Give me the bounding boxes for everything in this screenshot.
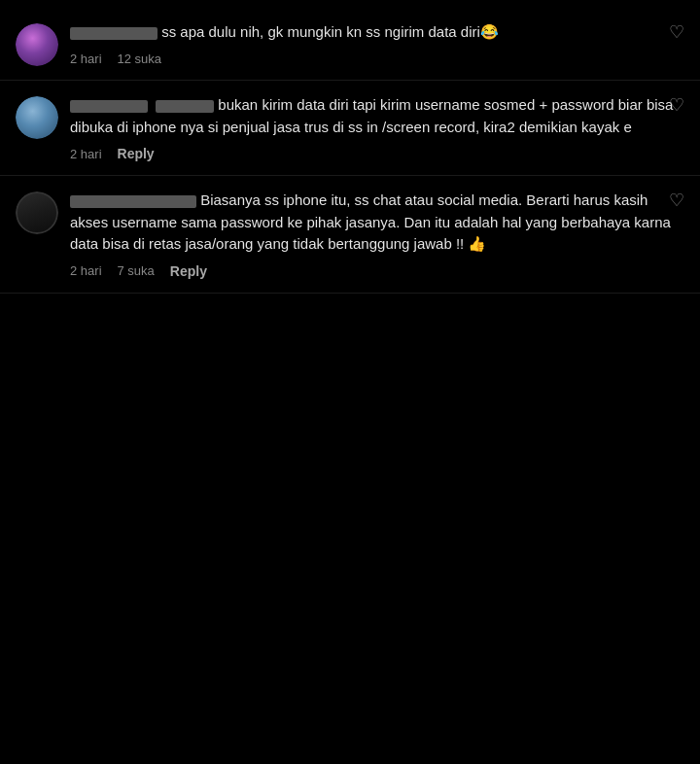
username-redacted <box>70 100 148 113</box>
comment-body: Biasanya ss iphone itu, ss chat atau soc… <box>70 190 684 279</box>
avatar <box>16 191 58 234</box>
comment-likes: 7 suka <box>118 263 155 278</box>
comment-item: ss apa dulu nih, gk mungkin kn ss ngirim… <box>0 8 700 81</box>
comment-time: 2 hari <box>70 52 102 66</box>
heart-button[interactable]: ♡ <box>669 23 684 41</box>
mention-redacted <box>156 100 214 113</box>
avatar <box>16 96 58 139</box>
comment-likes: 12 suka <box>118 52 162 66</box>
username-redacted <box>70 195 196 208</box>
comment-time: 2 hari <box>70 147 102 161</box>
comment-body: bukan kirim data diri tapi kirim usernam… <box>70 94 684 161</box>
heart-button[interactable]: ♡ <box>669 191 684 209</box>
comment-meta: 2 hari 7 suka Reply <box>70 263 684 279</box>
comment-time: 2 hari <box>70 263 102 278</box>
reply-button[interactable]: Reply <box>170 263 207 279</box>
comments-list: ss apa dulu nih, gk mungkin kn ss ngirim… <box>0 0 700 301</box>
comment-item: bukan kirim data diri tapi kirim usernam… <box>0 81 700 176</box>
comment-meta: 2 hari 12 suka <box>70 52 684 66</box>
avatar <box>16 23 58 66</box>
comment-text: bukan kirim data diri tapi kirim usernam… <box>70 94 684 138</box>
comment-item: Biasanya ss iphone itu, ss chat atau soc… <box>0 176 700 294</box>
comment-text: Biasanya ss iphone itu, ss chat atau soc… <box>70 190 684 256</box>
heart-button[interactable]: ♡ <box>669 96 684 114</box>
username-redacted <box>70 27 158 40</box>
reply-button[interactable]: Reply <box>118 146 155 161</box>
comment-meta: 2 hari Reply <box>70 146 684 161</box>
comment-text: ss apa dulu nih, gk mungkin kn ss ngirim… <box>70 21 684 44</box>
comment-body: ss apa dulu nih, gk mungkin kn ss ngirim… <box>70 21 684 66</box>
